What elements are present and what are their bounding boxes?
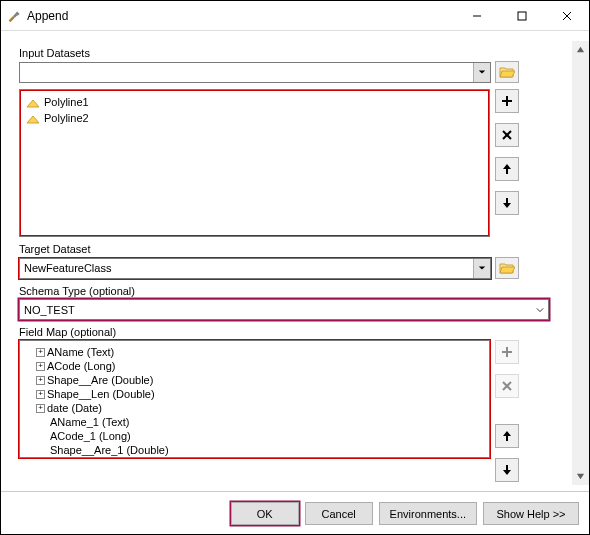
environments-button[interactable]: Environments... [379, 502, 477, 525]
chevron-down-icon[interactable] [473, 63, 490, 82]
show-help-button[interactable]: Show Help >> [483, 502, 579, 525]
folder-open-icon [499, 65, 515, 79]
expand-icon[interactable]: + [36, 404, 45, 413]
tree-node[interactable]: +Shape__Len (Double) [22, 387, 487, 401]
tree-node[interactable]: AName_1 (Text) [22, 415, 487, 429]
fm-add-button[interactable] [495, 340, 519, 364]
expand-icon[interactable]: + [36, 362, 45, 371]
arrow-up-icon [502, 163, 512, 175]
close-button[interactable] [544, 2, 589, 30]
vertical-scrollbar[interactable] [572, 41, 589, 485]
tree-node-label: AName_1 (Text) [50, 415, 129, 429]
add-button[interactable] [495, 89, 519, 113]
input-datasets-combo[interactable] [19, 62, 491, 83]
tree-node-label: ACode (Long) [47, 359, 116, 373]
fm-remove-button[interactable] [495, 374, 519, 398]
x-icon [502, 130, 512, 140]
hammer-icon [1, 9, 25, 23]
tree-node[interactable]: +date (Date) [22, 401, 487, 415]
arrow-down-icon [502, 197, 512, 209]
window-title: Append [25, 9, 454, 23]
folder-open-icon [499, 261, 515, 275]
plus-icon [501, 346, 513, 358]
chevron-down-icon[interactable] [473, 259, 490, 278]
dialog-footer: OK Cancel Environments... Show Help >> [1, 491, 589, 535]
target-dataset-label: Target Dataset [19, 243, 519, 255]
expand-icon[interactable]: + [36, 376, 45, 385]
move-up-button[interactable] [495, 157, 519, 181]
tree-node-label: Shape__Are_1 (Double) [50, 443, 169, 457]
target-dataset-combo[interactable]: NewFeatureClass [19, 258, 491, 279]
field-map-tree[interactable]: +AName (Text)+ACode (Long)+Shape__Are (D… [19, 340, 490, 458]
featureclass-icon [26, 112, 40, 124]
x-icon [502, 381, 512, 391]
remove-button[interactable] [495, 123, 519, 147]
chevron-down-icon[interactable] [532, 307, 548, 313]
tree-node-label: Shape__Are (Double) [47, 373, 153, 387]
schema-type-label: Schema Type (optional) [19, 285, 549, 297]
input-datasets-list[interactable]: Polyline1 Polyline2 [19, 89, 490, 237]
arrow-up-icon [502, 430, 512, 442]
input-datasets-label: Input Datasets [19, 47, 519, 59]
expand-icon[interactable]: + [36, 390, 45, 399]
plus-icon [501, 95, 513, 107]
maximize-button[interactable] [499, 2, 544, 30]
field-map-label: Field Map (optional) [19, 326, 519, 338]
tree-node[interactable]: +Shape__Are (Double) [22, 373, 487, 387]
tree-node[interactable]: +AName (Text) [22, 345, 487, 359]
browse-input-button[interactable] [495, 61, 519, 83]
title-bar: Append [1, 1, 589, 31]
fm-move-down-button[interactable] [495, 458, 519, 482]
move-down-button[interactable] [495, 191, 519, 215]
svg-rect-2 [518, 12, 526, 20]
scroll-down-icon[interactable] [572, 468, 589, 485]
list-item[interactable]: Polyline2 [26, 110, 483, 126]
tree-node-label: Shape__Len (Double) [47, 387, 155, 401]
tree-node-label: ACode_1 (Long) [50, 429, 131, 443]
expand-icon[interactable]: + [36, 348, 45, 357]
target-dataset-value: NewFeatureClass [24, 262, 111, 274]
tree-node[interactable]: ACode_1 (Long) [22, 429, 487, 443]
tree-node[interactable]: +ACode (Long) [22, 359, 487, 373]
fm-move-up-button[interactable] [495, 424, 519, 448]
tree-node[interactable]: Shape__Are_1 (Double) [22, 443, 487, 457]
list-item-label: Polyline2 [44, 112, 89, 124]
featureclass-icon [26, 96, 40, 108]
list-item-label: Polyline1 [44, 96, 89, 108]
cancel-button[interactable]: Cancel [305, 502, 373, 525]
arrow-down-icon [502, 464, 512, 476]
scroll-up-icon[interactable] [572, 41, 589, 58]
browse-target-button[interactable] [495, 257, 519, 279]
tree-node-label: AName (Text) [47, 345, 114, 359]
dialog-content: Input Datasets Polyline1 Polyline2 [1, 31, 589, 491]
schema-type-value: NO_TEST [24, 304, 75, 316]
ok-button[interactable]: OK [231, 502, 299, 525]
list-item[interactable]: Polyline1 [26, 94, 483, 110]
schema-type-combo[interactable]: NO_TEST [19, 299, 549, 320]
tree-node-label: date (Date) [47, 401, 102, 415]
minimize-button[interactable] [454, 2, 499, 30]
